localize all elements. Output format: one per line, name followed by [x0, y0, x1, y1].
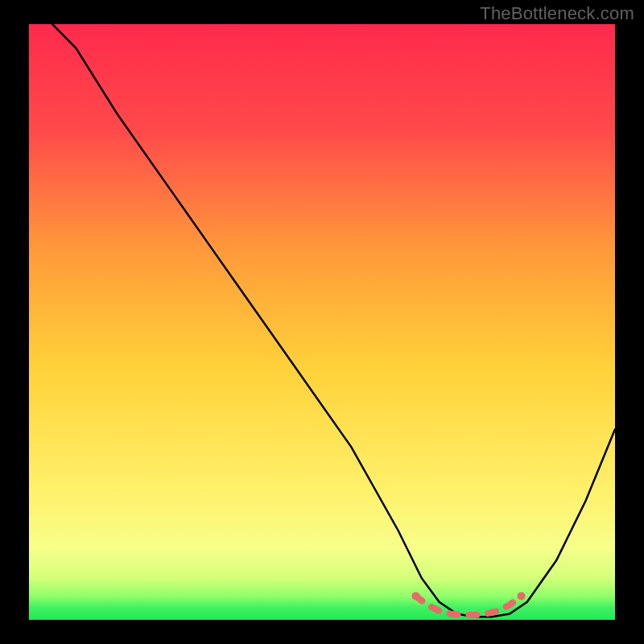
watermark-text: TheBottleneck.com — [480, 3, 634, 24]
svg-point-2 — [518, 592, 526, 600]
plot-area — [29, 24, 615, 620]
svg-point-1 — [412, 592, 420, 600]
chart-container: TheBottleneck.com — [0, 0, 644, 644]
chart-svg — [29, 24, 615, 620]
optimal-range-marker — [412, 592, 526, 615]
bottleneck-curve — [52, 24, 615, 617]
